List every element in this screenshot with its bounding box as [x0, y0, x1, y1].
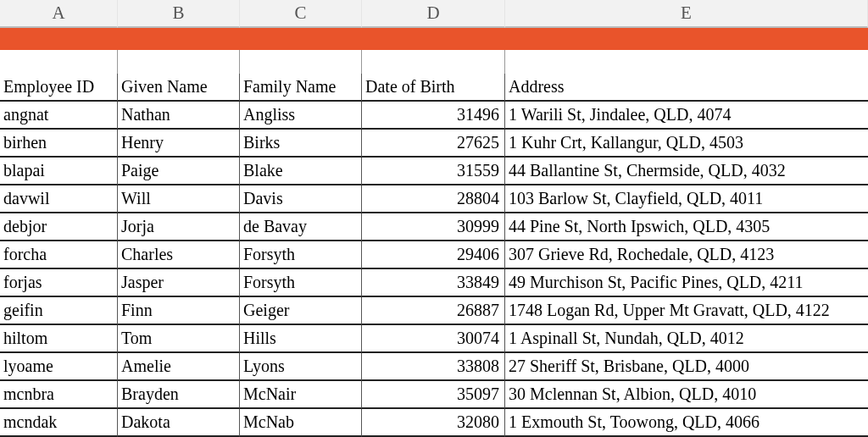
header-given-name[interactable]: Given Name — [118, 74, 240, 102]
cell-given-name[interactable]: Jasper — [118, 269, 240, 297]
cell-dob[interactable]: 30999 — [362, 213, 505, 241]
cell-dob[interactable]: 31496 — [362, 102, 505, 130]
cell-employee-id[interactable]: birhen — [0, 130, 118, 158]
accent-row[interactable] — [0, 28, 868, 50]
cell-given-name[interactable]: Will — [118, 185, 240, 213]
cell-given-name[interactable]: Brayden — [118, 381, 240, 409]
header-address[interactable]: Address — [505, 74, 868, 102]
cell-given-name[interactable]: Finn — [118, 297, 240, 325]
cell-dob[interactable]: 30074 — [362, 325, 505, 353]
blank-cell[interactable] — [0, 50, 118, 74]
cell-dob[interactable]: 27625 — [362, 130, 505, 158]
cell-dob[interactable]: 35097 — [362, 381, 505, 409]
cell-employee-id[interactable]: mcnbra — [0, 381, 118, 409]
cell-family-name[interactable]: McNair — [240, 381, 362, 409]
cell-given-name[interactable]: Amelie — [118, 353, 240, 381]
cell-given-name[interactable]: Paige — [118, 158, 240, 185]
cell-family-name[interactable]: McNab — [240, 409, 362, 437]
column-header-c[interactable]: C — [240, 0, 362, 28]
cell-employee-id[interactable]: hiltom — [0, 325, 118, 353]
cell-address[interactable]: 1 Aspinall St, Nundah, QLD, 4012 — [505, 325, 868, 353]
cell-employee-id[interactable]: davwil — [0, 185, 118, 213]
cell-address[interactable]: 44 Pine St, North Ipswich, QLD, 4305 — [505, 213, 868, 241]
cell-address[interactable]: 27 Sheriff St, Brisbane, QLD, 4000 — [505, 353, 868, 381]
cell-family-name[interactable]: Geiger — [240, 297, 362, 325]
blank-cell[interactable] — [240, 50, 362, 74]
cell-given-name[interactable]: Nathan — [118, 102, 240, 130]
blank-cell[interactable] — [505, 50, 868, 74]
cell-address[interactable]: 1 Exmouth St, Toowong, QLD, 4066 — [505, 409, 868, 437]
cell-employee-id[interactable]: blapai — [0, 158, 118, 185]
blank-cell[interactable] — [362, 50, 505, 74]
column-header-b[interactable]: B — [118, 0, 240, 28]
cell-family-name[interactable]: Forsyth — [240, 241, 362, 269]
cell-dob[interactable]: 26887 — [362, 297, 505, 325]
cell-given-name[interactable]: Dakota — [118, 409, 240, 437]
spreadsheet-grid: A B C D E Employee ID Given Name Family … — [0, 0, 868, 437]
header-employee-id[interactable]: Employee ID — [0, 74, 118, 102]
cell-address[interactable]: 103 Barlow St, Clayfield, QLD, 4011 — [505, 185, 868, 213]
cell-given-name[interactable]: Henry — [118, 130, 240, 158]
blank-cell[interactable] — [118, 50, 240, 74]
cell-employee-id[interactable]: angnat — [0, 102, 118, 130]
cell-employee-id[interactable]: forjas — [0, 269, 118, 297]
header-family-name[interactable]: Family Name — [240, 74, 362, 102]
cell-family-name[interactable]: Lyons — [240, 353, 362, 381]
cell-address[interactable]: 30 Mclennan St, Albion, QLD, 4010 — [505, 381, 868, 409]
cell-given-name[interactable]: Tom — [118, 325, 240, 353]
cell-dob[interactable]: 32080 — [362, 409, 505, 437]
cell-employee-id[interactable]: debjor — [0, 213, 118, 241]
header-dob[interactable]: Date of Birth — [362, 74, 505, 102]
cell-address[interactable]: 1748 Logan Rd, Upper Mt Gravatt, QLD, 41… — [505, 297, 868, 325]
cell-family-name[interactable]: de Bavay — [240, 213, 362, 241]
cell-address[interactable]: 1 Kuhr Crt, Kallangur, QLD, 4503 — [505, 130, 868, 158]
cell-given-name[interactable]: Jorja — [118, 213, 240, 241]
cell-family-name[interactable]: Hills — [240, 325, 362, 353]
cell-address[interactable]: 1 Warili St, Jindalee, QLD, 4074 — [505, 102, 868, 130]
cell-employee-id[interactable]: mcndak — [0, 409, 118, 437]
cell-dob[interactable]: 31559 — [362, 158, 505, 185]
column-header-d[interactable]: D — [362, 0, 505, 28]
cell-given-name[interactable]: Charles — [118, 241, 240, 269]
cell-address[interactable]: 307 Grieve Rd, Rochedale, QLD, 4123 — [505, 241, 868, 269]
column-header-a[interactable]: A — [0, 0, 118, 28]
cell-employee-id[interactable]: geifin — [0, 297, 118, 325]
cell-dob[interactable]: 29406 — [362, 241, 505, 269]
cell-dob[interactable]: 28804 — [362, 185, 505, 213]
cell-employee-id[interactable]: lyoame — [0, 353, 118, 381]
cell-address[interactable]: 44 Ballantine St, Chermside, QLD, 4032 — [505, 158, 868, 185]
cell-dob[interactable]: 33808 — [362, 353, 505, 381]
cell-family-name[interactable]: Forsyth — [240, 269, 362, 297]
cell-address[interactable]: 49 Murchison St, Pacific Pines, QLD, 421… — [505, 269, 868, 297]
cell-family-name[interactable]: Davis — [240, 185, 362, 213]
column-header-e[interactable]: E — [505, 0, 868, 28]
cell-dob[interactable]: 33849 — [362, 269, 505, 297]
cell-family-name[interactable]: Angliss — [240, 102, 362, 130]
cell-family-name[interactable]: Blake — [240, 158, 362, 185]
cell-employee-id[interactable]: forcha — [0, 241, 118, 269]
cell-family-name[interactable]: Birks — [240, 130, 362, 158]
